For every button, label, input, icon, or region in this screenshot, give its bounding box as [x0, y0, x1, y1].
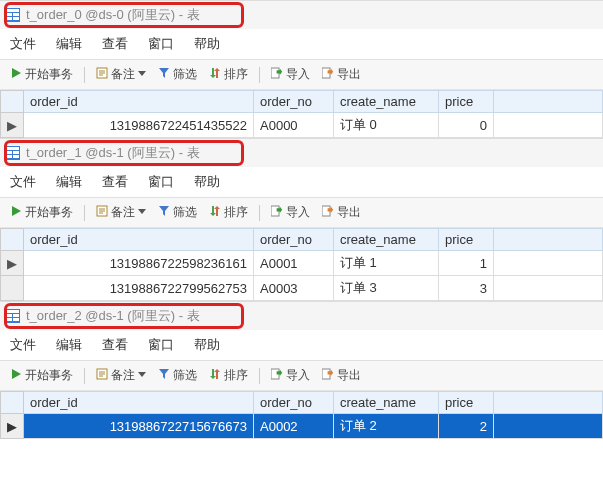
col-price[interactable]: price — [439, 91, 494, 113]
col-price[interactable]: price — [439, 229, 494, 251]
menu-help[interactable]: 帮助 — [194, 173, 220, 191]
begin-transaction-button[interactable]: 开始事务 — [6, 202, 77, 223]
data-grid[interactable]: order_id order_no create_name price ▶ 13… — [0, 228, 603, 301]
begin-transaction-button[interactable]: 开始事务 — [6, 64, 77, 85]
menu-window[interactable]: 窗口 — [148, 173, 174, 191]
cell-price[interactable]: 2 — [439, 414, 494, 439]
sort-button[interactable]: 排序 — [205, 202, 252, 223]
data-grid[interactable]: order_id order_no create_name price ▶ 13… — [0, 90, 603, 138]
menu-window[interactable]: 窗口 — [148, 336, 174, 354]
menu-window[interactable]: 窗口 — [148, 35, 174, 53]
menu-file[interactable]: 文件 — [10, 173, 36, 191]
col-create-name[interactable]: create_name — [334, 229, 439, 251]
table-row[interactable]: ▶ 1319886722598236161 A0001 订单 1 1 — [1, 251, 603, 276]
export-button[interactable]: 导出 — [318, 202, 365, 223]
menu-file[interactable]: 文件 — [10, 336, 36, 354]
memo-button[interactable]: 备注 — [92, 202, 150, 223]
sort-button[interactable]: 排序 — [205, 365, 252, 386]
import-button[interactable]: 导入 — [267, 64, 314, 85]
filter-button[interactable]: 筛选 — [154, 365, 201, 386]
play-icon — [10, 67, 22, 82]
cell-price[interactable]: 0 — [439, 113, 494, 138]
import-button[interactable]: 导入 — [267, 202, 314, 223]
cell-create-name[interactable]: 订单 1 — [334, 251, 439, 276]
table-row[interactable]: ▶ 1319886722715676673 A0002 订单 2 2 — [1, 414, 603, 439]
row-marker: ▶ — [1, 113, 24, 138]
cell-create-name[interactable]: 订单 0 — [334, 113, 439, 138]
window-title: t_order_2 @ds-1 (阿里云) - 表 — [26, 307, 200, 325]
table-icon — [6, 8, 20, 22]
row-header-corner — [1, 229, 24, 251]
export-button[interactable]: 导出 — [318, 365, 365, 386]
menu-file[interactable]: 文件 — [10, 35, 36, 53]
col-create-name[interactable]: create_name — [334, 392, 439, 414]
cell-price[interactable]: 3 — [439, 276, 494, 301]
svg-rect-20 — [7, 147, 19, 150]
menu-edit[interactable]: 编辑 — [56, 173, 82, 191]
toolbar: 开始事务 备注 筛选 排序 导入 导出 — [0, 198, 603, 228]
svg-marker-13 — [210, 68, 216, 78]
svg-marker-32 — [210, 206, 216, 216]
cell-create-name[interactable]: 订单 3 — [334, 276, 439, 301]
menu-help[interactable]: 帮助 — [194, 336, 220, 354]
col-order-no[interactable]: order_no — [254, 91, 334, 113]
import-button[interactable]: 导入 — [267, 365, 314, 386]
menu-edit[interactable]: 编辑 — [56, 336, 82, 354]
cell-order-no[interactable]: A0000 — [254, 113, 334, 138]
filter-button[interactable]: 筛选 — [154, 64, 201, 85]
play-icon — [10, 205, 22, 220]
table-panel: t_order_1 @ds-1 (阿里云) - 表 文件 编辑 查看 窗口 帮助… — [0, 138, 603, 301]
table-panel: t_order_0 @ds-0 (阿里云) - 表 文件 编辑 查看 窗口 帮助… — [0, 0, 603, 138]
col-price[interactable]: price — [439, 392, 494, 414]
menu-bar: 文件 编辑 查看 窗口 帮助 — [0, 167, 603, 198]
window-title: t_order_1 @ds-1 (阿里云) - 表 — [26, 144, 200, 162]
note-icon — [96, 205, 108, 220]
table-row[interactable]: ▶ 1319886722451435522 A0000 订单 0 0 — [1, 113, 603, 138]
menu-help[interactable]: 帮助 — [194, 35, 220, 53]
svg-marker-44 — [12, 369, 21, 379]
cell-order-no[interactable]: A0002 — [254, 414, 334, 439]
cell-order-id[interactable]: 1319886722598236161 — [24, 251, 254, 276]
cell-order-no[interactable]: A0001 — [254, 251, 334, 276]
cell-order-no[interactable]: A0003 — [254, 276, 334, 301]
menu-view[interactable]: 查看 — [102, 336, 128, 354]
cell-filler — [494, 414, 603, 439]
data-grid[interactable]: order_id order_no create_name price ▶ 13… — [0, 391, 603, 439]
table-row[interactable]: 1319886722799562753 A0003 订单 3 3 — [1, 276, 603, 301]
svg-marker-51 — [210, 369, 216, 379]
col-order-no[interactable]: order_no — [254, 392, 334, 414]
col-order-id[interactable]: order_id — [24, 91, 254, 113]
menu-view[interactable]: 查看 — [102, 35, 128, 53]
svg-rect-2 — [7, 13, 12, 16]
menu-bar: 文件 编辑 查看 窗口 帮助 — [0, 330, 603, 361]
filter-button[interactable]: 筛选 — [154, 202, 201, 223]
sort-button[interactable]: 排序 — [205, 64, 252, 85]
svg-marker-31 — [159, 206, 169, 216]
cell-order-id[interactable]: 1319886722451435522 — [24, 113, 254, 138]
cell-filler — [494, 276, 603, 301]
col-create-name[interactable]: create_name — [334, 91, 439, 113]
title-bar: t_order_0 @ds-0 (阿里云) - 表 — [0, 1, 603, 29]
play-icon — [10, 368, 22, 383]
memo-button[interactable]: 备注 — [92, 64, 150, 85]
col-order-id[interactable]: order_id — [24, 229, 254, 251]
import-icon — [271, 205, 283, 220]
col-order-no[interactable]: order_no — [254, 229, 334, 251]
cell-price[interactable]: 1 — [439, 251, 494, 276]
svg-rect-3 — [13, 13, 19, 16]
sort-icon — [209, 205, 221, 220]
memo-button[interactable]: 备注 — [92, 365, 150, 386]
svg-rect-22 — [13, 151, 19, 154]
cell-order-id[interactable]: 1319886722799562753 — [24, 276, 254, 301]
export-button[interactable]: 导出 — [318, 64, 365, 85]
cell-create-name[interactable]: 订单 2 — [334, 414, 439, 439]
col-order-id[interactable]: order_id — [24, 392, 254, 414]
begin-transaction-button[interactable]: 开始事务 — [6, 365, 77, 386]
export-icon — [322, 67, 334, 82]
table-icon — [6, 146, 20, 160]
table-panel: t_order_2 @ds-1 (阿里云) - 表 文件 编辑 查看 窗口 帮助… — [0, 301, 603, 439]
title-bar: t_order_1 @ds-1 (阿里云) - 表 — [0, 139, 603, 167]
cell-order-id[interactable]: 1319886722715676673 — [24, 414, 254, 439]
menu-view[interactable]: 查看 — [102, 173, 128, 191]
menu-edit[interactable]: 编辑 — [56, 35, 82, 53]
